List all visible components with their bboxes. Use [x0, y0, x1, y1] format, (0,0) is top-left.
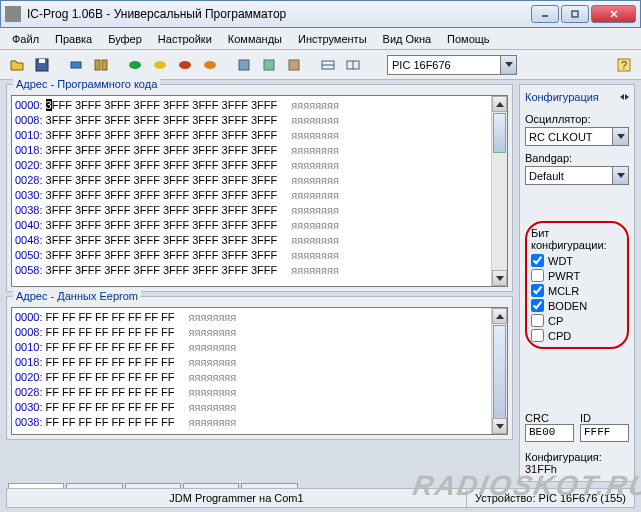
- bandgap-select[interactable]: Default: [525, 166, 629, 185]
- hex-row[interactable]: 0008: 3FFF 3FFF 3FFF 3FFF 3FFF 3FFF 3FFF…: [15, 113, 504, 128]
- minimize-button[interactable]: [531, 5, 559, 23]
- menubar: ФайлПравкаБуферНастройкиКоммандыИнструме…: [0, 28, 641, 50]
- chip-green-icon[interactable]: [124, 54, 146, 76]
- scroll-thumb[interactable]: [493, 113, 506, 153]
- config-panel: Конфигурация Осциллятор: RC CLKOUT Bandg…: [519, 84, 635, 482]
- id-label: ID: [580, 412, 629, 424]
- scroll-up-icon[interactable]: [492, 96, 507, 112]
- config-bit-pwrt[interactable]: PWRT: [531, 268, 623, 283]
- checkbox[interactable]: [531, 314, 544, 327]
- open-icon[interactable]: [6, 54, 28, 76]
- window-title: IC-Prog 1.06B - Универсальный Программат…: [27, 7, 531, 21]
- eeprom-hex-editor[interactable]: 0000: FF FF FF FF FF FF FF FF яяяяяяяя00…: [11, 307, 508, 435]
- config-bit-wdt[interactable]: WDT: [531, 253, 623, 268]
- view-1-icon[interactable]: [317, 54, 339, 76]
- hex-row[interactable]: 0018: FF FF FF FF FF FF FF FF яяяяяяяя: [15, 355, 504, 370]
- config-bit-mclr[interactable]: MCLR: [531, 283, 623, 298]
- menu-настройки[interactable]: Настройки: [152, 31, 218, 47]
- config-bit-label: CP: [548, 315, 563, 327]
- config-bit-label: WDT: [548, 255, 573, 267]
- svg-rect-13: [239, 60, 249, 70]
- read-chip-icon[interactable]: [65, 54, 87, 76]
- menu-комманды[interactable]: Комманды: [222, 31, 288, 47]
- hex-row[interactable]: 0010: FF FF FF FF FF FF FF FF яяяяяяяя: [15, 340, 504, 355]
- hex-row[interactable]: 0008: FF FF FF FF FF FF FF FF яяяяяяяя: [15, 325, 504, 340]
- checkbox[interactable]: [531, 284, 544, 297]
- hex-row[interactable]: 0038: FF FF FF FF FF FF FF FF яяяяяяяя: [15, 415, 504, 430]
- hex-row[interactable]: 0000: 3FFF 3FFF 3FFF 3FFF 3FFF 3FFF 3FFF…: [15, 98, 504, 113]
- menu-инструменты[interactable]: Инструменты: [292, 31, 373, 47]
- maximize-button[interactable]: [561, 5, 589, 23]
- config-bit-cp[interactable]: CP: [531, 313, 623, 328]
- svg-point-12: [204, 61, 216, 69]
- eeprom-title: Адрес - Данных Eeprom: [13, 290, 141, 302]
- eeprom-group: Адрес - Данных Eeprom 0000: FF FF FF FF …: [6, 296, 513, 440]
- status-device: Устройство: PIC 16F676 (155): [467, 489, 634, 507]
- compare-icon[interactable]: [90, 54, 112, 76]
- config-bit-label: BODEN: [548, 300, 587, 312]
- action-a-icon[interactable]: [233, 54, 255, 76]
- help-icon[interactable]: ?: [613, 54, 635, 76]
- hex-row[interactable]: 0048: 3FFF 3FFF 3FFF 3FFF 3FFF 3FFF 3FFF…: [15, 233, 504, 248]
- hex-row[interactable]: 0038: 3FFF 3FFF 3FFF 3FFF 3FFF 3FFF 3FFF…: [15, 203, 504, 218]
- config-bit-label: MCLR: [548, 285, 579, 297]
- hex-row[interactable]: 0028: FF FF FF FF FF FF FF FF яяяяяяяя: [15, 385, 504, 400]
- crc-label: CRC: [525, 412, 574, 424]
- scroll-down-icon[interactable]: [492, 418, 507, 434]
- svg-rect-8: [102, 60, 107, 70]
- svg-rect-6: [71, 62, 81, 68]
- menu-файл[interactable]: Файл: [6, 31, 45, 47]
- oscillator-select[interactable]: RC CLKOUT: [525, 127, 629, 146]
- code-memory-title: Адрес - Программного кода: [13, 78, 160, 90]
- config-bit-cpd[interactable]: CPD: [531, 328, 623, 343]
- config-title: Конфигурация: [525, 91, 599, 103]
- checkbox[interactable]: [531, 329, 544, 342]
- hex-row[interactable]: 0020: FF FF FF FF FF FF FF FF яяяяяяяя: [15, 370, 504, 385]
- code-hex-editor[interactable]: 0000: 3FFF 3FFF 3FFF 3FFF 3FFF 3FFF 3FFF…: [11, 95, 508, 287]
- hex-row[interactable]: 0050: 3FFF 3FFF 3FFF 3FFF 3FFF 3FFF 3FFF…: [15, 248, 504, 263]
- action-c-icon[interactable]: [283, 54, 305, 76]
- scroll-down-icon[interactable]: [492, 270, 507, 286]
- scroll-thumb[interactable]: [493, 325, 506, 425]
- close-button[interactable]: [591, 5, 636, 23]
- svg-point-11: [179, 61, 191, 69]
- hex-row[interactable]: 0058: 3FFF 3FFF 3FFF 3FFF 3FFF 3FFF 3FFF…: [15, 263, 504, 278]
- chip-yellow-icon[interactable]: [149, 54, 171, 76]
- scroll-up-icon[interactable]: [492, 308, 507, 324]
- checkbox[interactable]: [531, 254, 544, 267]
- scrollbar[interactable]: [491, 96, 507, 286]
- toolbar: PIC 16F676 ?: [0, 50, 641, 80]
- config-bit-boden[interactable]: BODEN: [531, 298, 623, 313]
- id-field[interactable]: FFFF: [580, 424, 629, 442]
- hex-row[interactable]: 0020: 3FFF 3FFF 3FFF 3FFF 3FFF 3FFF 3FFF…: [15, 158, 504, 173]
- menu-правка[interactable]: Правка: [49, 31, 98, 47]
- hex-row[interactable]: 0030: FF FF FF FF FF FF FF FF яяяяяяяя: [15, 400, 504, 415]
- save-icon[interactable]: [31, 54, 53, 76]
- svg-point-10: [154, 61, 166, 69]
- hex-row[interactable]: 0000: FF FF FF FF FF FF FF FF яяяяяяяя: [15, 310, 504, 325]
- chip-red-icon[interactable]: [174, 54, 196, 76]
- dropdown-arrow-icon: [612, 167, 628, 184]
- svg-text:?: ?: [621, 59, 627, 71]
- hex-row[interactable]: 0030: 3FFF 3FFF 3FFF 3FFF 3FFF 3FFF 3FFF…: [15, 188, 504, 203]
- config-bit-label: CPD: [548, 330, 571, 342]
- svg-rect-5: [39, 59, 45, 63]
- menu-помощь[interactable]: Помощь: [441, 31, 496, 47]
- hex-row[interactable]: 0028: 3FFF 3FFF 3FFF 3FFF 3FFF 3FFF 3FFF…: [15, 173, 504, 188]
- checkbox[interactable]: [531, 299, 544, 312]
- menu-вид окна[interactable]: Вид Окна: [377, 31, 438, 47]
- oscillator-label: Осциллятор:: [525, 113, 629, 125]
- menu-буфер[interactable]: Буфер: [102, 31, 148, 47]
- chip-orange-icon[interactable]: [199, 54, 221, 76]
- config-bit-label: PWRT: [548, 270, 580, 282]
- crc-field[interactable]: BE00: [525, 424, 574, 442]
- hex-row[interactable]: 0010: 3FFF 3FFF 3FFF 3FFF 3FFF 3FFF 3FFF…: [15, 128, 504, 143]
- checkbox[interactable]: [531, 269, 544, 282]
- action-b-icon[interactable]: [258, 54, 280, 76]
- scrollbar[interactable]: [491, 308, 507, 434]
- hex-row[interactable]: 0040: 3FFF 3FFF 3FFF 3FFF 3FFF 3FFF 3FFF…: [15, 218, 504, 233]
- device-select[interactable]: PIC 16F676: [387, 55, 517, 75]
- collapse-arrows-icon[interactable]: [620, 94, 629, 100]
- hex-row[interactable]: 0018: 3FFF 3FFF 3FFF 3FFF 3FFF 3FFF 3FFF…: [15, 143, 504, 158]
- view-2-icon[interactable]: [342, 54, 364, 76]
